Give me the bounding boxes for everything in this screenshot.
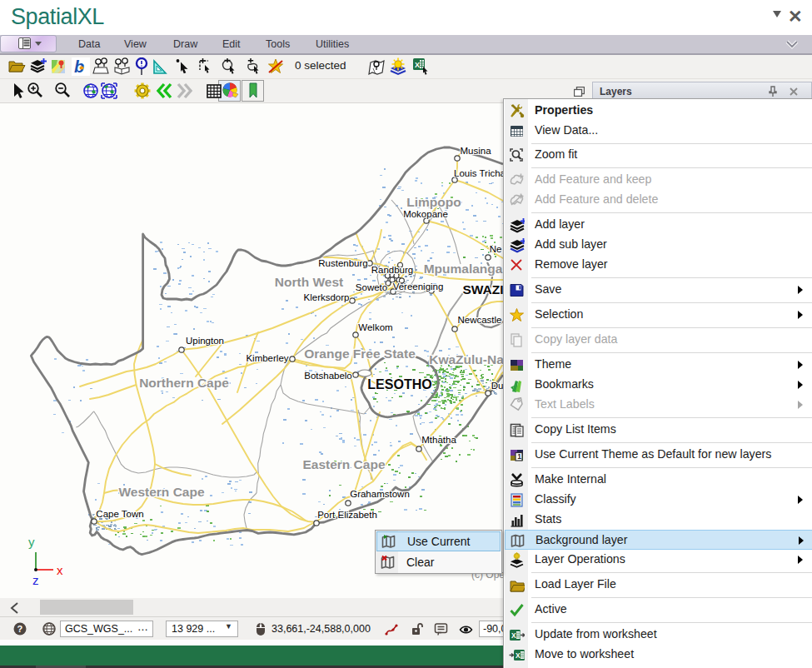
svg-text:X: X (516, 651, 521, 660)
svg-text:Port Elizabeth: Port Elizabeth (317, 510, 377, 520)
svg-text:Randburg: Randburg (371, 265, 414, 275)
svg-text:Mpumalanga: Mpumalanga (424, 262, 503, 276)
svg-text:SWAZI: SWAZI (462, 282, 503, 297)
svg-text:Orange Free State: Orange Free State (304, 346, 416, 361)
svg-text:Du: Du (491, 381, 504, 391)
svg-text:y: y (28, 535, 35, 549)
svg-text:z: z (32, 573, 39, 587)
svg-text:X: X (415, 61, 420, 69)
svg-text:?: ? (17, 624, 23, 634)
svg-text:Soweto: Soweto (356, 282, 387, 292)
svg-text:Cape Town: Cape Town (96, 509, 143, 519)
svg-text:Grahamstown: Grahamstown (350, 489, 410, 499)
svg-text:Vereeniging: Vereeniging (393, 282, 444, 292)
svg-text:Eastern Cape: Eastern Cape (302, 457, 385, 471)
svg-text:Louis Tricha: Louis Tricha (454, 168, 506, 178)
svg-text:1: 1 (517, 452, 521, 461)
svg-text:Botshabelo: Botshabelo (304, 371, 352, 381)
svg-text:Ne: Ne (490, 244, 502, 254)
svg-text:LESOTHO: LESOTHO (367, 377, 431, 391)
svg-text:X: X (511, 631, 516, 640)
svg-text:Northern Cape: Northern Cape (139, 376, 229, 390)
svg-text:Upington: Upington (186, 336, 224, 346)
svg-text:KwaZulu-Na: KwaZulu-Na (429, 352, 504, 366)
svg-text:Kimberley: Kimberley (246, 353, 288, 363)
svg-text:Western Cape: Western Cape (118, 485, 204, 499)
svg-text:Klerksdorp: Klerksdorp (304, 292, 350, 302)
svg-text:Mthatha: Mthatha (421, 435, 456, 445)
svg-text:Rustenburg: Rustenburg (318, 258, 367, 268)
svg-text:North West: North West (275, 275, 343, 289)
svg-text:x: x (57, 563, 63, 577)
svg-text:Welkom: Welkom (358, 322, 392, 332)
svg-text:Newcastle: Newcastle (457, 315, 501, 325)
svg-text:Mokopane: Mokopane (403, 209, 448, 219)
svg-text:Limpopo: Limpopo (406, 195, 461, 209)
svg-text:Musina: Musina (460, 146, 491, 156)
